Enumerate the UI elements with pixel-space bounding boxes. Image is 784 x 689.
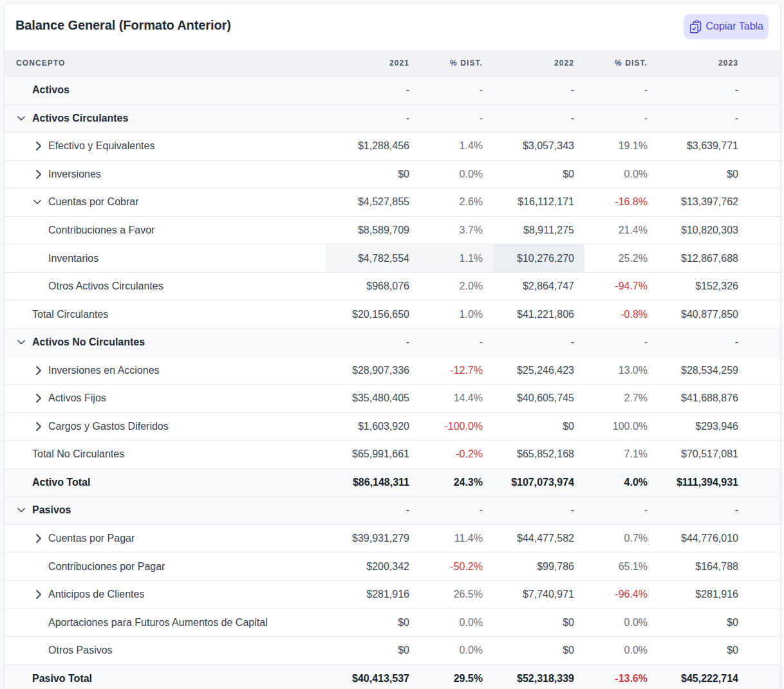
value-cell: 0.0% — [420, 609, 493, 637]
row-label-cell[interactable]: Cargos y Gastos Diferidos — [5, 413, 326, 441]
value-cell: $3,057,343 — [493, 133, 584, 161]
column-header-pct-dist-2: % DIST. — [584, 50, 658, 77]
row-label: Activo Total — [32, 477, 90, 488]
value-cell: -94.7% — [584, 273, 658, 301]
value-cell: $0 — [493, 413, 584, 441]
row-label-content: Cargos y Gastos Diferidos — [5, 413, 326, 441]
table-row: Inversiones$00.0%$00.0%$0 — [5, 161, 780, 189]
chevron-right-icon[interactable] — [31, 419, 48, 434]
row-label-content: Activos Fijos — [5, 385, 326, 412]
value-cell: - — [420, 497, 493, 525]
column-header-2022: 2022 — [493, 50, 584, 77]
chevron-down-icon[interactable] — [15, 336, 32, 349]
copy-table-button[interactable]: Copiar Tabla — [684, 14, 769, 39]
value-cell: - — [658, 77, 780, 105]
row-label-content: Activo Total — [5, 469, 326, 497]
row-label-content: Activos — [5, 77, 326, 104]
row-label-cell[interactable]: Activos No Circulantes — [5, 329, 326, 357]
value-cell: $40,413,537 — [326, 665, 420, 689]
column-header-concepto: CONCEPTO — [5, 50, 326, 77]
row-label: Cuentas por Pagar — [48, 533, 135, 544]
table-row: Total Circulantes$20,156,6501.0%$41,221,… — [5, 300, 780, 329]
value-cell: 2.0% — [420, 273, 493, 301]
value-cell: $10,276,270 — [493, 244, 584, 273]
row-label-content: Inversiones en Acciones — [5, 356, 326, 384]
row-label-cell: Contribuciones por Pagar — [5, 553, 326, 581]
value-cell: $70,517,081 — [658, 441, 780, 469]
row-label-cell[interactable]: Activos Fijos — [5, 385, 326, 413]
row-label-cell[interactable]: Anticipos de Clientes — [5, 581, 326, 609]
chevron-right-icon[interactable] — [31, 167, 48, 182]
value-cell: $40,877,850 — [658, 300, 780, 329]
value-cell: -50.2% — [420, 553, 493, 581]
value-cell: -96.4% — [584, 581, 658, 609]
column-header-pct-dist-1: % DIST. — [420, 50, 493, 77]
value-cell: -16.8% — [584, 188, 658, 217]
row-label: Efectivo y Equivalentes — [48, 140, 154, 152]
row-label-content: Efectivo y Equivalentes — [5, 133, 326, 160]
value-cell: $107,073,974 — [493, 469, 584, 497]
value-cell: 24.3% — [420, 469, 493, 497]
row-label-content: Inversiones — [5, 161, 326, 188]
value-cell: -12.7% — [420, 356, 493, 385]
chevron-down-icon[interactable] — [15, 504, 32, 517]
chevron-down-icon[interactable] — [31, 196, 48, 208]
value-cell: 0.0% — [420, 637, 493, 665]
chevron-right-icon[interactable] — [31, 587, 48, 602]
table-row: Cargos y Gastos Diferidos$1,603,920-100.… — [5, 413, 780, 441]
row-label-cell[interactable]: Activos Circulantes — [5, 105, 326, 133]
row-label: Inventarios — [48, 253, 98, 264]
chevron-right-icon[interactable] — [31, 531, 48, 546]
value-cell: $4,527,855 — [326, 188, 420, 217]
value-cell: - — [326, 329, 420, 357]
value-cell: - — [326, 497, 420, 525]
value-cell: $45,222,714 — [658, 665, 780, 689]
table-row: Contribuciones por Pagar$200,342-50.2%$9… — [5, 553, 780, 581]
row-label-cell[interactable]: Inversiones — [5, 161, 326, 189]
value-cell: - — [493, 329, 584, 357]
table-header-row: CONCEPTO 2021 % DIST. 2022 % DIST. 2023 — [5, 50, 780, 77]
row-label-cell: Aportaciones para Futuros Aumentos de Ca… — [5, 609, 326, 637]
chevron-right-icon[interactable] — [31, 363, 48, 378]
value-cell: - — [658, 497, 780, 525]
table-row: Cuentas por Cobrar$4,527,8552.6%$16,112,… — [5, 188, 780, 217]
value-cell: - — [493, 497, 584, 525]
table-row: Otros Activos Circulantes$968,0762.0%$2,… — [5, 273, 780, 301]
row-label-content: Anticipos de Clientes — [5, 581, 326, 609]
row-label-cell[interactable]: Cuentas por Cobrar — [5, 188, 326, 217]
value-cell: $293,946 — [658, 413, 780, 441]
chevron-down-icon[interactable] — [15, 112, 32, 125]
value-cell: $0 — [658, 637, 780, 665]
table-row: Activo Total$86,148,31124.3%$107,073,974… — [5, 469, 780, 497]
table-row: Activos Fijos$35,480,40514.4%$40,605,745… — [5, 385, 780, 413]
row-label-cell[interactable]: Pasivos — [5, 497, 326, 525]
value-cell: 19.1% — [584, 133, 658, 161]
value-cell: $86,148,311 — [326, 469, 420, 497]
value-cell: $25,246,423 — [493, 356, 584, 385]
value-cell: $99,786 — [493, 553, 584, 581]
value-cell: $0 — [493, 637, 584, 665]
table-row: Activos No Circulantes----- — [5, 329, 780, 357]
table-row: Pasivos----- — [5, 497, 780, 525]
value-cell: $4,782,554 — [326, 244, 420, 273]
chevron-right-icon[interactable] — [31, 138, 48, 154]
value-cell: $0 — [326, 637, 420, 665]
value-cell: 2.6% — [420, 188, 493, 217]
value-cell: - — [420, 329, 493, 357]
value-cell: $65,991,661 — [326, 441, 420, 469]
value-cell: 0.0% — [420, 161, 493, 189]
chevron-right-icon[interactable] — [31, 390, 48, 406]
value-cell: - — [658, 329, 780, 357]
row-label-content: Total Circulantes — [5, 300, 326, 328]
row-label-cell[interactable]: Inversiones en Acciones — [5, 356, 326, 385]
row-label-cell[interactable]: Efectivo y Equivalentes — [5, 133, 326, 161]
row-label: Total No Circulantes — [32, 448, 124, 460]
row-label-cell[interactable]: Cuentas por Pagar — [5, 525, 326, 553]
value-cell: $0 — [326, 161, 420, 189]
row-label-content: Otros Activos Circulantes — [5, 273, 326, 300]
value-cell: $152,326 — [658, 273, 780, 301]
card-header: Balance General (Formato Anterior) Copia… — [5, 3, 780, 50]
table-row: Total No Circulantes$65,991,661-0.2%$65,… — [5, 441, 780, 469]
value-cell: - — [584, 497, 658, 525]
row-label-cell: Total No Circulantes — [5, 441, 326, 469]
